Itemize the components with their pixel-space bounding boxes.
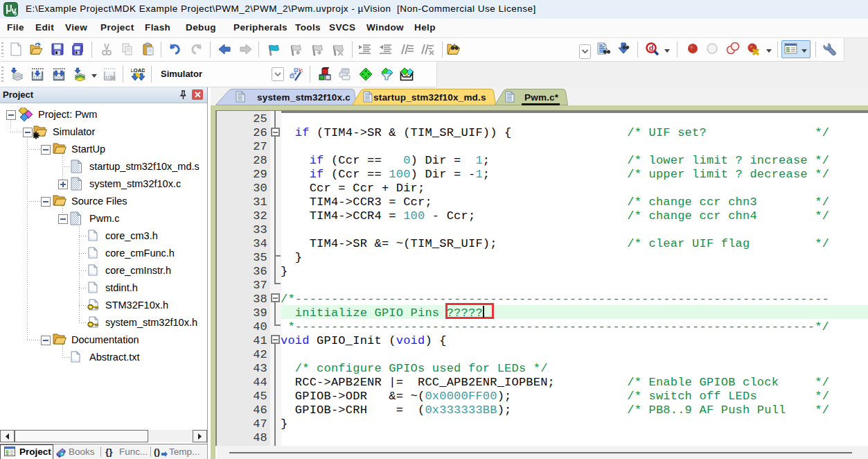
svg-text:?: ? (60, 451, 62, 456)
svg-text:LOAD: LOAD (131, 67, 145, 73)
svg-text:d: d (649, 44, 654, 52)
svg-text:5: 5 (14, 11, 17, 16)
